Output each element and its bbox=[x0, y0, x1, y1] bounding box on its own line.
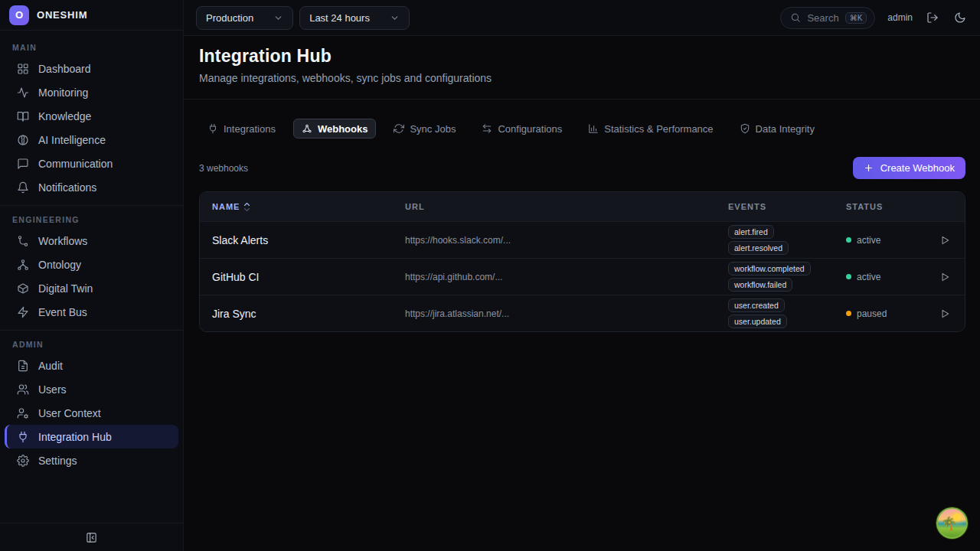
create-webhook-label: Create Webhook bbox=[880, 162, 955, 174]
sidebar-collapse-button[interactable] bbox=[84, 530, 99, 545]
webhooks-table: NAME URL EVENTS STATUS bbox=[199, 191, 965, 332]
sidebar-item-user-context[interactable]: User Context bbox=[5, 401, 178, 425]
tab-configurations[interactable]: Configurations bbox=[473, 119, 570, 139]
logout-icon bbox=[926, 11, 939, 24]
sidebar-item-ai-intelligence[interactable]: AI Intelligence bbox=[5, 128, 178, 152]
page-title: Integration Hub bbox=[199, 46, 965, 67]
tab-webhooks[interactable]: Webhooks bbox=[293, 119, 377, 139]
column-header-label: STATUS bbox=[846, 202, 883, 211]
plug-icon bbox=[17, 431, 29, 443]
search-input[interactable]: Search ⌘K bbox=[780, 7, 875, 29]
sun-icon bbox=[953, 514, 961, 521]
table-row-jira-sync[interactable]: Jira Sync https://jira.atlassian.net/...… bbox=[200, 295, 965, 331]
plus-icon bbox=[864, 163, 874, 173]
column-header-url[interactable]: URL bbox=[393, 202, 716, 211]
sidebar-section-admin: ADMIN bbox=[0, 332, 183, 354]
webhook-events: alert.fired alert.resolved bbox=[716, 222, 834, 258]
sidebar-item-label: Users bbox=[38, 383, 67, 396]
column-header-events[interactable]: EVENTS bbox=[716, 202, 834, 211]
sidebar-item-users[interactable]: Users bbox=[5, 377, 178, 401]
sidebar-item-label: Settings bbox=[38, 455, 77, 467]
status-label: active bbox=[857, 235, 880, 246]
tab-sync-jobs[interactable]: Sync Jobs bbox=[385, 119, 464, 139]
gear-icon bbox=[17, 455, 29, 467]
event-badge: workflow.failed bbox=[728, 278, 792, 292]
tab-label: Webhooks bbox=[318, 123, 368, 135]
sidebar-nav: MAIN Dashboard Monitoring Knowledge bbox=[0, 31, 183, 523]
sidebar-section-engineering: ENGINEERING bbox=[0, 207, 183, 229]
topbar: Production Last 24 hours Search ⌘K bbox=[184, 0, 980, 36]
column-header-name[interactable]: NAME bbox=[200, 202, 393, 212]
sidebar-item-label: Monitoring bbox=[38, 86, 88, 99]
table-header-row: NAME URL EVENTS STATUS bbox=[200, 192, 965, 221]
bar-chart-icon bbox=[588, 123, 599, 134]
run-webhook-button[interactable] bbox=[924, 235, 965, 246]
column-header-status[interactable]: STATUS bbox=[834, 202, 924, 211]
tab-label: Sync Jobs bbox=[410, 123, 456, 135]
theme-toggle-button[interactable] bbox=[952, 10, 968, 25]
environment-select[interactable]: Production bbox=[196, 6, 293, 30]
sidebar-item-workflows[interactable]: Workflows bbox=[5, 229, 178, 253]
user-cog-icon bbox=[17, 407, 29, 419]
sidebar-item-communication[interactable]: Communication bbox=[5, 152, 178, 175]
sidebar-item-notifications[interactable]: Notifications bbox=[5, 175, 178, 199]
table-row-github-ci[interactable]: GitHub CI https://api.github.com/... wor… bbox=[200, 258, 965, 295]
search-icon bbox=[790, 12, 801, 23]
event-badge: workflow.completed bbox=[728, 262, 811, 276]
sidebar-item-integration-hub[interactable]: Integration Hub bbox=[5, 425, 178, 448]
tab-data-integrity[interactable]: Data Integrity bbox=[731, 119, 823, 139]
table-row-slack-alerts[interactable]: Slack Alerts https://hooks.slack.com/...… bbox=[200, 221, 965, 258]
sidebar-item-event-bus[interactable]: Event Bus bbox=[5, 300, 178, 324]
play-icon bbox=[939, 308, 950, 319]
sidebar-item-settings[interactable]: Settings bbox=[5, 448, 178, 472]
tab-integrations[interactable]: Integrations bbox=[199, 119, 284, 139]
webhook-url: https://hooks.slack.com/... bbox=[393, 235, 716, 246]
webhook-icon bbox=[302, 123, 312, 134]
sidebar-item-ontology[interactable]: Ontology bbox=[5, 253, 178, 276]
sidebar-item-dashboard[interactable]: Dashboard bbox=[5, 57, 178, 80]
tab-bar: Integrations Webhooks Sync Jobs Configur… bbox=[184, 99, 980, 139]
zap-icon bbox=[17, 306, 29, 318]
time-range-select[interactable]: Last 24 hours bbox=[299, 6, 410, 30]
brand-name: ONESHIM bbox=[37, 9, 87, 21]
sidebar-item-monitoring[interactable]: Monitoring bbox=[5, 80, 178, 104]
environment-select-value: Production bbox=[206, 12, 253, 24]
sidebar-item-knowledge[interactable]: Knowledge bbox=[5, 104, 178, 128]
sidebar-item-digital-twin[interactable]: Digital Twin bbox=[5, 276, 178, 300]
chevron-down-icon bbox=[273, 13, 283, 23]
search-shortcut-badge: ⌘K bbox=[845, 12, 867, 24]
play-icon bbox=[939, 235, 950, 246]
sidebar-item-audit[interactable]: Audit bbox=[5, 354, 178, 377]
hierarchy-icon bbox=[17, 259, 29, 271]
sidebar-item-label: Dashboard bbox=[38, 63, 91, 75]
moon-icon bbox=[954, 11, 966, 24]
run-webhook-button[interactable] bbox=[924, 272, 965, 282]
island-widget-button[interactable]: 🌴 bbox=[936, 507, 968, 539]
users-icon bbox=[17, 383, 29, 396]
bell-icon bbox=[17, 181, 29, 194]
sidebar-footer bbox=[0, 523, 183, 551]
topbar-right: Search ⌘K admin bbox=[780, 7, 968, 29]
sidebar-item-label: Knowledge bbox=[38, 110, 91, 122]
page-subtitle: Manage integrations, webhooks, sync jobs… bbox=[199, 72, 965, 84]
sidebar-item-label: Integration Hub bbox=[38, 431, 112, 443]
event-badge: user.updated bbox=[728, 315, 787, 328]
webhook-count: 3 webhooks bbox=[199, 163, 248, 174]
search-placeholder: Search bbox=[807, 12, 838, 24]
sidebar-item-label: Notifications bbox=[38, 181, 96, 194]
logout-button[interactable] bbox=[925, 10, 940, 25]
sort-ascending-icon bbox=[243, 202, 250, 212]
swap-arrows-icon bbox=[482, 123, 492, 134]
status-label: paused bbox=[857, 308, 887, 319]
sidebar-item-label: Audit bbox=[38, 360, 63, 372]
event-badge: alert.fired bbox=[728, 225, 774, 239]
sidebar-item-label: Workflows bbox=[38, 235, 87, 247]
tab-label: Configurations bbox=[498, 123, 562, 135]
tab-statistics-performance[interactable]: Statistics & Performance bbox=[580, 119, 721, 139]
run-webhook-button[interactable] bbox=[924, 308, 965, 319]
sidebar-divider bbox=[0, 205, 183, 206]
webhook-status: paused bbox=[834, 308, 924, 319]
create-webhook-button[interactable]: Create Webhook bbox=[853, 157, 965, 179]
webhook-name: GitHub CI bbox=[200, 271, 393, 283]
webhook-name: Jira Sync bbox=[200, 308, 393, 320]
